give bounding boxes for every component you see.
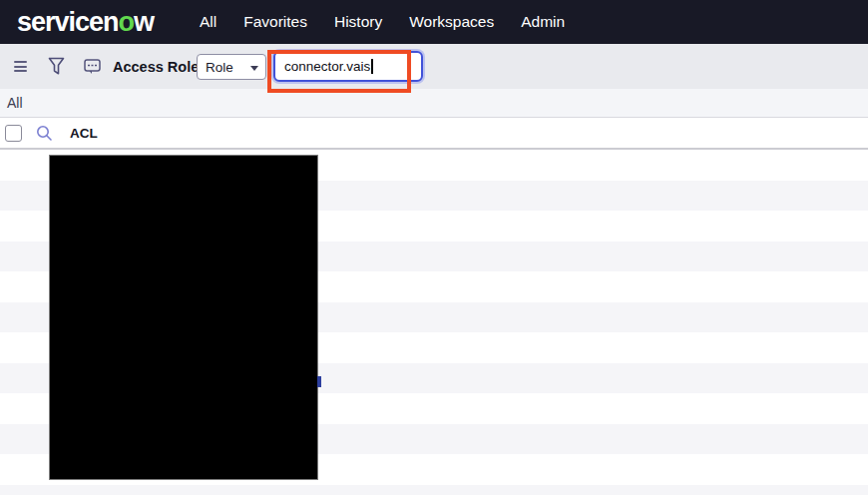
table-row[interactable] [0,485,868,495]
filter-icon[interactable] [48,44,65,89]
nav-item-history[interactable]: History [334,13,382,31]
nav-item-favorites[interactable]: Favorites [243,13,307,31]
breadcrumb-all[interactable]: All [7,95,23,111]
logo-text-post: w [134,7,154,37]
select-all-checkbox[interactable] [5,125,22,142]
servicenow-logo[interactable]: servicenow [17,8,154,36]
breadcrumb: All [0,89,868,118]
search-input-value: connector.vais [284,59,370,74]
search-column-dropdown[interactable]: Role [197,54,266,80]
nav-item-admin[interactable]: Admin [521,13,565,31]
app-window: servicenow All Favorites History Workspa… [0,0,868,495]
search-icon[interactable] [36,125,53,142]
list-toolbar: Access Roles Role connector.vais [0,44,868,89]
list-search-input[interactable]: connector.vais [273,51,423,82]
chat-icon[interactable] [84,44,101,89]
table-header-row: ACL [0,118,868,150]
text-cursor [371,59,373,74]
link-text-artifact [317,376,321,387]
logo-text-pre: servicen [17,7,119,37]
redacted-region [49,155,318,480]
top-nav-menu: All Favorites History Workspaces Admin [200,0,565,44]
chevron-down-icon [250,66,258,71]
column-header-acl[interactable]: ACL [70,118,98,148]
nav-item-workspaces[interactable]: Workspaces [409,13,494,31]
logo-green-o: o [119,7,135,37]
menu-icon[interactable] [14,44,27,89]
page-title: Access Roles [113,44,207,89]
search-column-dropdown-value: Role [206,60,233,75]
top-nav-bar: servicenow All Favorites History Workspa… [0,0,868,44]
nav-item-all[interactable]: All [200,13,217,31]
